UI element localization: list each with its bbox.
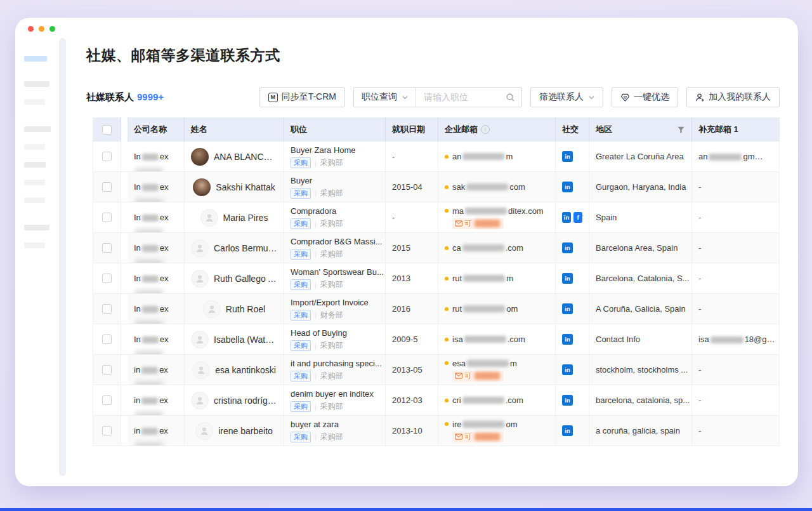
contact-name: Sakshi Khattak [216, 182, 275, 192]
select-all-checkbox[interactable] [102, 125, 112, 135]
envelope-icon [455, 220, 462, 227]
linkedin-icon[interactable]: in [562, 364, 573, 375]
person-icon [204, 213, 214, 223]
redacted-text [142, 245, 159, 252]
position-query-dropdown[interactable]: 职位查询 [354, 88, 416, 107]
main-content: 社媒、邮箱等多渠道联系方式 社媒联系人9999+ M 同步至T-CRM 职位查询 [66, 18, 798, 486]
email-status-dot [445, 307, 449, 311]
social-cell: in [556, 416, 589, 446]
table-row[interactable]: Inex Carlos Bermudo Cr... Comprador B&G … [93, 233, 779, 263]
row-checkbox[interactable] [102, 335, 112, 344]
sidebar-item[interactable] [24, 242, 45, 248]
sidebar-item-active[interactable] [24, 56, 47, 62]
sidebar-item[interactable] [24, 81, 49, 87]
contacts-table: 公司名称 姓名 职位 就职日期 企业邮箱 i 社交 地区 补充邮箱 1 [93, 117, 780, 446]
row-checkbox[interactable] [102, 213, 112, 222]
minimize-window-icon[interactable] [39, 26, 44, 32]
email-status-dot [445, 155, 449, 159]
row-checkbox[interactable] [102, 426, 112, 435]
email-status-dot [445, 361, 449, 365]
table-row[interactable]: inex irene barbeito buyer at zara 采购 | 采… [93, 416, 779, 446]
avatar [200, 209, 218, 227]
maximize-window-icon[interactable] [49, 26, 55, 32]
table-row[interactable]: Inex Sakshi Khattak Buyer 采购 | 采购部 2015-… [93, 172, 779, 202]
person-icon [196, 365, 206, 375]
avatar [195, 422, 213, 440]
position-cell: Head of Buying 采购 | 采购部 [284, 324, 386, 354]
row-checkbox[interactable] [102, 152, 112, 161]
add-to-my-contacts-button[interactable]: 加入我的联系人 [686, 87, 780, 107]
sidebar-item[interactable] [24, 99, 45, 105]
name-cell: cristina rodríguez [185, 385, 284, 415]
department-label: 采购部 [320, 188, 343, 199]
sidebar-item[interactable] [24, 162, 46, 168]
row-checkbox[interactable] [102, 274, 112, 283]
linkedin-icon[interactable]: in [562, 425, 573, 436]
contact-name: Maria Pires [223, 213, 268, 223]
name-cell: Maria Pires [185, 202, 284, 232]
avatar [191, 331, 209, 348]
linkedin-icon[interactable]: in [562, 212, 571, 223]
linkedin-icon[interactable]: in [562, 334, 573, 345]
table-row[interactable]: Inex Isabella (Watson) L... Head of Buyi… [93, 324, 779, 355]
purchasing-tag: 采购 [291, 218, 311, 229]
position-cell: Buyer Zara Home 采购 | 采购部 [284, 142, 386, 171]
email-cell: esam 可 [438, 355, 556, 385]
position-cell: Compradora 采购 | 采购部 [284, 202, 386, 232]
sidebar-item[interactable] [24, 180, 45, 185]
table-row[interactable]: inex esa kantinkoski it and purchasing s… [93, 355, 779, 385]
header-email: 企业邮箱 i [438, 117, 556, 142]
social-cell: inf [556, 202, 589, 232]
info-icon[interactable]: i [481, 125, 490, 134]
region-cell: stockholm, stockholms ... [589, 355, 692, 385]
contact-name: ANA BLANCO REY [214, 152, 277, 162]
row-checkbox[interactable] [102, 365, 112, 375]
sidebar-item[interactable] [24, 197, 45, 203]
name-cell: Ruth Gallego Agulló [185, 263, 284, 293]
position-search-input[interactable] [424, 92, 506, 102]
redacted-text [475, 220, 500, 227]
redacted-text [463, 275, 505, 282]
sidebar-item[interactable] [24, 144, 45, 150]
redacted-text [142, 215, 159, 222]
start-date-cell: 2012-03 [386, 385, 438, 415]
linkedin-icon[interactable]: in [562, 303, 573, 314]
email-status-dot [445, 246, 449, 250]
company-cell: inex [128, 416, 185, 446]
table-row[interactable]: Inex Ruth Gallego Agulló Woman' Sportswe… [93, 263, 779, 294]
table-row[interactable]: inex cristina rodríguez denim buyer en i… [93, 385, 779, 416]
linkedin-icon[interactable]: in [562, 182, 573, 192]
linkedin-icon[interactable]: in [562, 395, 573, 406]
sync-tcrm-button[interactable]: M 同步至T-CRM [259, 87, 345, 107]
table-row[interactable]: Inex ANA BLANCO REY Buyer Zara Home 采购 |… [93, 142, 779, 172]
linkedin-icon[interactable]: in [562, 242, 573, 253]
close-window-icon[interactable] [28, 26, 34, 32]
chevron-down-icon [402, 95, 408, 100]
gem-icon [620, 93, 630, 102]
redacted-text [135, 199, 163, 202]
facebook-icon[interactable]: f [573, 212, 582, 223]
table-row[interactable]: Inex Ruth Roel Import/Export Invoice 采购 … [93, 294, 779, 324]
row-checkbox[interactable] [102, 243, 112, 253]
window-controls [28, 26, 55, 32]
sidebar-item[interactable] [24, 126, 51, 132]
search-icon[interactable] [506, 93, 515, 102]
redacted-text [142, 306, 159, 313]
redacted-text [142, 275, 159, 282]
one-click-optimize-button[interactable]: 一键优选 [612, 87, 678, 107]
social-cell: in [556, 324, 589, 354]
row-checkbox[interactable] [102, 304, 112, 314]
avatar [191, 270, 209, 288]
linkedin-icon[interactable]: in [562, 151, 573, 162]
row-checkbox[interactable] [102, 395, 112, 405]
linkedin-icon[interactable]: in [562, 273, 573, 284]
header-company: 公司名称 [128, 117, 185, 142]
region-cell: Greater La Coruña Area [589, 142, 692, 171]
sidebar-item[interactable] [24, 225, 49, 230]
row-checkbox[interactable] [102, 182, 112, 192]
toolbar: 社媒联系人9999+ M 同步至T-CRM 职位查询 [86, 87, 780, 107]
name-cell: Isabella (Watson) L... [185, 324, 284, 354]
table-row[interactable]: Inex Maria Pires Compradora 采购 | 采购部 - m… [93, 202, 779, 233]
filter-contacts-button[interactable]: 筛选联系人 [530, 87, 603, 107]
filter-funnel-icon[interactable] [677, 126, 685, 134]
